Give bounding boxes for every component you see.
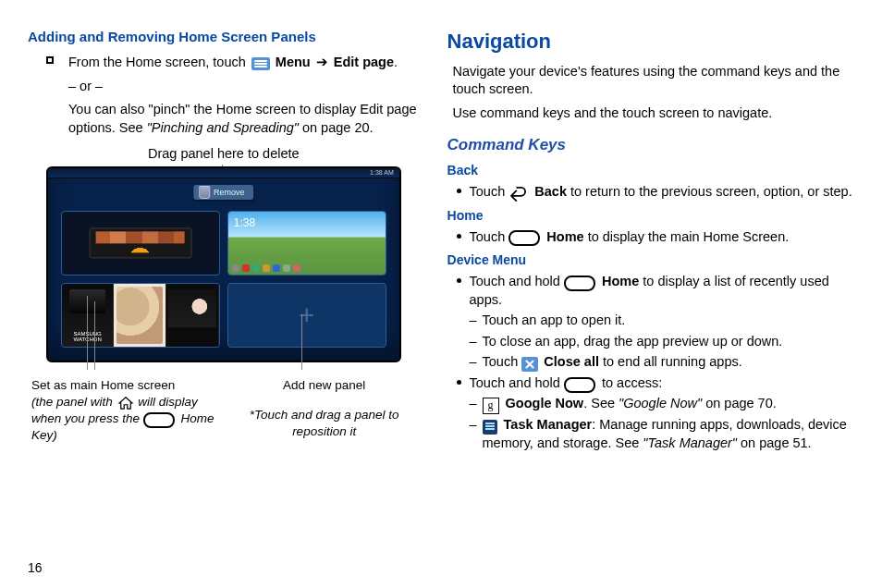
nav-p1: Navigate your device's features using th… <box>453 63 854 99</box>
text: on page 20. <box>299 120 374 135</box>
panel-grid: 1:38 SAMSUNG WATCHON + <box>61 211 386 348</box>
watchon-tile <box>166 284 219 347</box>
task-manager-icon <box>483 420 497 435</box>
right-column: Navigation Navigate your device's featur… <box>447 28 854 579</box>
home-outline-icon <box>117 397 134 410</box>
heading-navigation: Navigation <box>447 28 854 55</box>
watchon-tile: SAMSUNG WATCHON <box>62 284 115 347</box>
home-key-icon <box>564 276 595 291</box>
panel-amazon <box>61 211 220 276</box>
remove-label: Remove <box>214 188 245 197</box>
pinch-paragraph: You can also "pinch" the Home screen to … <box>68 101 420 137</box>
panel-main-home: 1:38 <box>227 211 386 276</box>
google-now-icon: g <box>483 398 499 414</box>
status-bar: 1:38 AM <box>48 168 399 178</box>
amazon-widget <box>89 227 191 258</box>
text: Set as main Home screen <box>31 378 175 392</box>
left-column: Adding and Removing Home Screen Panels F… <box>28 28 420 579</box>
text: to return to the previous screen, option… <box>570 184 852 199</box>
home-key-icon <box>564 377 595 393</box>
sub-task-manager: Task Manager: Manage running apps, downl… <box>470 416 854 452</box>
panel-watchon: SAMSUNG WATCHON <box>61 283 220 348</box>
heading-back: Back <box>447 162 854 179</box>
home-key-icon <box>508 230 540 246</box>
menu-icon <box>251 57 270 70</box>
status-time: 1:38 AM <box>370 169 394 176</box>
xref-task-manager: "Task Manager" <box>643 435 737 450</box>
back-instruction: Touch Back to return to the previous scr… <box>457 183 854 202</box>
text: to display the main Home Screen. <box>588 229 790 244</box>
home-key-icon <box>143 412 175 428</box>
sub-google-now: g Google Now. See "Google Now" on page 7… <box>470 395 854 413</box>
add-panel-label: Add new panel <box>233 377 416 394</box>
leader-line <box>87 296 88 370</box>
caption-set-main: Set as main Home screen (the panel with … <box>31 377 214 445</box>
step-edit-page: From the Home screen, touch Menu ➔ Edit … <box>46 54 420 72</box>
or-text: – or – <box>68 78 420 96</box>
manual-page: Adding and Removing Home Screen Panels F… <box>0 0 882 588</box>
nav-p2: Use command keys and the touch screen to… <box>453 104 854 123</box>
panel-clock: 1:38 <box>234 215 255 230</box>
close-all-label: Close all <box>544 354 599 369</box>
caption-add-panel: Add new panel *Touch and drag a panel to… <box>233 377 416 445</box>
page-number: 16 <box>28 559 43 577</box>
text: (the panel with <box>31 395 116 409</box>
sub-close-all: Touch Close all to end all running apps. <box>470 353 854 372</box>
text: Touch <box>470 184 509 199</box>
back-icon <box>508 187 529 202</box>
device-hold-access: Touch and hold to access: <box>457 374 854 393</box>
menu-label: Menu <box>276 55 311 69</box>
xref-pinch: "Pinching and Spreading" <box>147 120 299 135</box>
leader-line <box>301 314 302 370</box>
watchon-tile <box>114 284 166 347</box>
text: to end all running apps. <box>603 354 742 369</box>
remove-drop-target: Remove <box>193 185 254 200</box>
panel-add-new: + <box>227 283 386 348</box>
reposition-note: *Touch and drag a panel to reposition it <box>233 407 416 440</box>
google-now-label: Google Now <box>506 396 584 410</box>
text: on page 51. <box>737 435 812 450</box>
text: to access: <box>602 375 662 390</box>
home-label: Home <box>546 229 583 244</box>
tablet-screenshot: 1:38 AM Remove 1:38 <box>46 166 401 362</box>
sub-close-app: To close an app, drag the app preview up… <box>470 333 854 351</box>
heading-home: Home <box>447 207 854 225</box>
heading-add-remove-panels: Adding and Removing Home Screen Panels <box>28 28 420 46</box>
text: Touch <box>483 354 522 369</box>
text: Touch and hold <box>470 375 564 390</box>
leader-line <box>94 301 95 370</box>
arrow-icon: ➔ <box>316 55 328 69</box>
text: . See <box>583 396 619 410</box>
text: . <box>394 55 398 69</box>
text: From the Home screen, touch <box>68 55 250 69</box>
device-recent-apps: Touch and hold Home to display a list of… <box>457 273 854 309</box>
figure-bottom-captions: Set as main Home screen (the panel with … <box>28 377 420 445</box>
dock-icons <box>232 263 382 273</box>
back-label: Back <box>534 184 567 199</box>
caption-drag-delete: Drag panel here to delete <box>28 145 420 164</box>
edit-page-label: Edit page <box>334 55 394 69</box>
task-manager-label: Task Manager <box>504 417 593 432</box>
home-instruction: Touch Home to display the main Home Scre… <box>457 228 854 247</box>
text: Touch and hold <box>470 274 564 288</box>
sub-open-app: Touch an app to open it. <box>470 312 854 330</box>
close-all-icon <box>521 357 538 372</box>
text: on page 70. <box>702 396 777 410</box>
xref-google-now: "Google Now" <box>619 396 702 410</box>
text: Touch <box>470 229 509 244</box>
heading-command-keys: Command Keys <box>447 135 854 156</box>
heading-device-menu: Device Menu <box>447 251 854 269</box>
edit-page-figure: Drag panel here to delete 1:38 AM Remove… <box>28 145 420 445</box>
home-label: Home <box>602 274 639 288</box>
